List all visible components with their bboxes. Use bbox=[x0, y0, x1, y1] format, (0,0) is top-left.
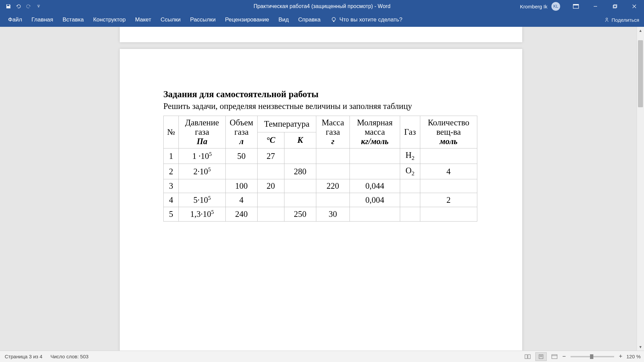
col-temp-c: °C bbox=[257, 132, 284, 148]
undo-icon[interactable] bbox=[15, 3, 22, 10]
svg-rect-3 bbox=[613, 5, 616, 8]
svg-rect-1 bbox=[573, 4, 579, 5]
col-temp-k: К bbox=[284, 132, 316, 148]
tab-layout[interactable]: Макет bbox=[130, 13, 156, 27]
share-icon bbox=[604, 17, 609, 22]
read-mode-icon[interactable] bbox=[522, 352, 533, 361]
user-avatar[interactable]: KL bbox=[551, 2, 560, 11]
scroll-down-icon[interactable]: ▼ bbox=[637, 343, 644, 351]
svg-point-5 bbox=[332, 17, 335, 21]
close-button[interactable] bbox=[625, 0, 644, 13]
redo-icon[interactable] bbox=[25, 3, 32, 10]
web-layout-icon[interactable] bbox=[549, 352, 560, 361]
document-page: Задания для самостоятельной работы Решит… bbox=[120, 49, 522, 351]
data-table: № Давление газа Па Объем газа л Температ… bbox=[163, 116, 477, 222]
tab-review[interactable]: Рецензирование bbox=[220, 13, 274, 27]
svg-rect-12 bbox=[552, 355, 557, 359]
tab-help[interactable]: Справка bbox=[293, 13, 325, 27]
previous-page-edge bbox=[120, 27, 522, 42]
col-num: № bbox=[164, 116, 179, 148]
table-row: 45·10540,0042 bbox=[164, 193, 477, 207]
document-canvas[interactable]: Задания для самостоятельной работы Решит… bbox=[0, 27, 644, 351]
svg-point-6 bbox=[606, 18, 608, 20]
tell-me-search[interactable]: Что вы хотите сделать? bbox=[331, 16, 402, 23]
maximize-button[interactable] bbox=[605, 0, 625, 13]
table-row: 3100202200,044 bbox=[164, 179, 477, 193]
document-subtitle: Решить задачи, определяя неизвестные вел… bbox=[163, 102, 479, 111]
title-bar: Практическая работа4 (защищенный просмот… bbox=[0, 0, 644, 13]
ribbon-tabs: Файл Главная Вставка Конструктор Макет С… bbox=[0, 13, 644, 27]
share-button[interactable]: Поделиться bbox=[604, 17, 639, 23]
svg-rect-8 bbox=[528, 355, 530, 359]
page-indicator[interactable]: Страница 3 из 4 bbox=[5, 354, 42, 359]
col-molar: Молярная масса кг/моль bbox=[350, 116, 400, 148]
col-temperature: Температура bbox=[257, 116, 316, 132]
zoom-level[interactable]: 120 % bbox=[626, 354, 641, 359]
tab-design[interactable]: Конструктор bbox=[89, 13, 130, 27]
table-row: 51,3·10524025030 bbox=[164, 207, 477, 221]
tab-references[interactable]: Ссылки bbox=[156, 13, 185, 27]
col-volume: Объем газа л bbox=[225, 116, 257, 148]
lightbulb-icon bbox=[331, 17, 337, 23]
customize-qat-icon[interactable] bbox=[35, 3, 42, 10]
word-count[interactable]: Число слов: 503 bbox=[50, 354, 88, 359]
share-label: Поделиться bbox=[611, 17, 639, 23]
vertical-scrollbar[interactable]: ▲ ▼ bbox=[637, 27, 644, 351]
zoom-out-button[interactable]: − bbox=[562, 353, 566, 360]
col-pressure: Давление газа Па bbox=[178, 116, 225, 148]
tell-me-label: Что вы хотите сделать? bbox=[339, 16, 402, 23]
tab-insert[interactable]: Вставка bbox=[58, 13, 89, 27]
svg-rect-7 bbox=[525, 355, 527, 359]
window-title: Практическая работа4 (защищенный просмот… bbox=[254, 3, 390, 9]
col-gas: Газ bbox=[400, 116, 420, 148]
tab-view[interactable]: Вид bbox=[274, 13, 293, 27]
ribbon-display-icon[interactable] bbox=[566, 0, 586, 13]
document-heading: Задания для самостоятельной работы bbox=[163, 89, 479, 100]
tab-mailings[interactable]: Рассылки bbox=[185, 13, 220, 27]
status-bar: Страница 3 из 4 Число слов: 503 − + 120 … bbox=[0, 351, 644, 362]
save-icon[interactable] bbox=[5, 3, 12, 10]
scroll-up-icon[interactable]: ▲ bbox=[637, 27, 644, 34]
tab-home[interactable]: Главная bbox=[27, 13, 58, 27]
svg-rect-4 bbox=[614, 5, 617, 7]
col-mass: Масса газа г bbox=[316, 116, 350, 148]
zoom-handle[interactable] bbox=[590, 354, 593, 359]
quick-access-toolbar bbox=[0, 3, 42, 10]
table-row: 22·105280O24 bbox=[164, 164, 477, 179]
user-name[interactable]: Kromberg Ik bbox=[520, 4, 547, 9]
print-layout-icon[interactable] bbox=[535, 352, 547, 361]
scrollbar-thumb[interactable] bbox=[638, 40, 643, 107]
minimize-button[interactable] bbox=[586, 0, 605, 13]
table-row: 11 ·1055027H2 bbox=[164, 148, 477, 164]
zoom-slider[interactable] bbox=[571, 356, 614, 357]
tab-file[interactable]: Файл bbox=[3, 13, 27, 27]
zoom-in-button[interactable]: + bbox=[619, 353, 623, 360]
col-amount: Количество вещ-ва моль bbox=[420, 116, 477, 148]
